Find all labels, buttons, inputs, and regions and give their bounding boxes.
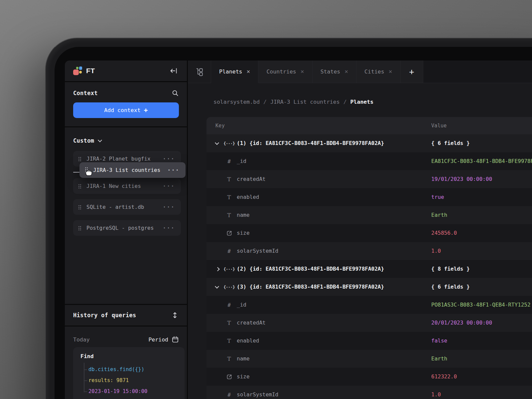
breadcrumb-item[interactable]: solarsystem.bd: [213, 99, 260, 105]
dragged-item[interactable]: JIRA-3 List countries ···: [79, 162, 186, 178]
drag-handle-icon[interactable]: [78, 157, 81, 161]
row-value: 612322.0: [431, 368, 457, 386]
table-row[interactable]: name Earth: [206, 350, 532, 368]
more-options-icon[interactable]: ···: [163, 204, 175, 210]
row-key: enabled: [237, 188, 259, 206]
table-row[interactable]: createdAt 19/01/2023 00:00:00: [206, 170, 532, 188]
row-value: true: [431, 188, 444, 206]
tab[interactable]: Cities ×: [356, 61, 400, 83]
table-row[interactable]: (3) {id: EA81CF3C-B083-48F1-BDB4-BFE9978…: [206, 278, 532, 296]
dragged-item-label: JIRA-3 List countries: [93, 167, 160, 173]
table-row[interactable]: size 612322.0: [206, 368, 532, 386]
more-options-icon[interactable]: ···: [163, 183, 175, 190]
close-tab-icon[interactable]: ×: [301, 68, 304, 74]
row-key: (2) {id: EA81CF3C-B083-48F1-BDB4-BFE9978…: [237, 260, 384, 278]
close-tab-icon[interactable]: ×: [344, 68, 348, 74]
history-header: History of queries: [65, 305, 187, 326]
main-area: Planets × Countries × States × Cities ×: [188, 61, 532, 399]
drag-handle-icon[interactable]: [78, 205, 81, 209]
row-value: 245856.0: [431, 224, 457, 242]
row-value: PO81AS3C-B083-48F1-QEB4-RTY1252: [431, 296, 531, 314]
field-type-icon: [225, 170, 233, 188]
sort-updown-icon[interactable]: [172, 312, 178, 319]
row-expand-chevron-icon[interactable]: [215, 141, 219, 145]
row-value: Earth: [431, 350, 447, 368]
table-row[interactable]: (2) {id: EA81CF3C-B083-48F1-BDB4-BFE9978…: [206, 260, 532, 278]
drag-handle-icon[interactable]: [78, 184, 81, 189]
sidebar-item[interactable]: SQLite - artist.db ···: [73, 199, 181, 215]
row-value: EA81CF3C-B083-48F1-BDB4-BFE9978FA02A: [431, 152, 532, 170]
tab[interactable]: States ×: [313, 61, 356, 83]
row-value: { 8 fields }: [431, 260, 470, 278]
drag-handle-icon[interactable]: [85, 167, 88, 173]
tab[interactable]: Countries ×: [258, 61, 312, 83]
tab-label: Countries: [266, 68, 296, 75]
new-tab-button[interactable]: +: [401, 61, 423, 83]
table-row[interactable]: _id PO81AS3C-B083-48F1-QEB4-RTY1252: [206, 296, 532, 314]
more-options-icon[interactable]: ···: [163, 225, 175, 231]
field-type-icon: [225, 260, 233, 278]
custom-panel: Custom JIRA-2 Planet bugfix ··· JIRA-1 N…: [65, 127, 187, 304]
field-type-icon: [225, 278, 233, 296]
table-row[interactable]: solarSystemId 1.0: [206, 242, 532, 260]
table-row[interactable]: enabled true: [206, 188, 532, 206]
row-expand-chevron-icon[interactable]: [215, 267, 220, 271]
custom-title: Custom: [73, 137, 94, 144]
table-row[interactable]: size 245856.0: [206, 224, 532, 242]
table-row[interactable]: _id EA81CF3C-B083-48F1-BDB4-BFE9978FA02A: [206, 152, 532, 170]
row-key: size: [237, 368, 250, 386]
app-window: FT Context Add context +: [55, 47, 532, 399]
row-key: solarSystemId: [237, 386, 278, 399]
add-context-button[interactable]: Add context +: [73, 102, 179, 118]
plus-icon: +: [144, 106, 148, 114]
table-row[interactable]: createdAt 20/01/2023 00:00:00: [206, 314, 532, 332]
breadcrumb-separator: /: [343, 99, 347, 105]
row-value: 19/01/2023 00:00:00: [431, 170, 492, 188]
search-icon[interactable]: [172, 89, 179, 97]
close-tab-icon[interactable]: ×: [389, 68, 392, 74]
drag-handle-icon[interactable]: [78, 226, 81, 230]
custom-section-toggle[interactable]: Custom: [73, 137, 101, 144]
sidebar-item-label: SQLite - artist.db: [86, 204, 144, 210]
calendar-icon: [172, 336, 179, 343]
sidebar-item-label: PostgreSQL - postgres: [86, 225, 154, 231]
table-row[interactable]: enabled false: [206, 332, 532, 350]
breadcrumb-item[interactable]: JIRA-3 List countries: [270, 99, 340, 105]
field-type-icon: [225, 188, 233, 206]
field-type-icon: [225, 134, 233, 152]
row-key: name: [237, 350, 250, 368]
device-frame: FT Context Add context +: [45, 38, 532, 399]
close-tab-icon[interactable]: ×: [247, 68, 250, 74]
row-value: false: [431, 332, 447, 350]
history-list-panel: Today Period Find db.cities.find({})resu…: [65, 327, 187, 399]
tree-view-icon[interactable]: [188, 61, 211, 83]
field-type-icon: [225, 386, 233, 399]
sidebar-header: FT: [65, 61, 187, 81]
history-entry-details: db.cities.find({})results: 98712023-01-1…: [80, 364, 178, 397]
history-entry-line: results: 9871: [88, 375, 178, 386]
history-entry-title: Find: [80, 353, 178, 359]
more-options-icon[interactable]: ···: [163, 156, 175, 162]
collapse-sidebar-icon[interactable]: [169, 66, 179, 75]
field-type-icon: [225, 152, 233, 170]
table-row[interactable]: solarSystemId 1.0: [206, 386, 532, 399]
row-value: 1.0: [431, 386, 441, 399]
history-entry[interactable]: Find db.cities.find({})results: 98712023…: [73, 347, 185, 399]
sidebar-item[interactable]: PostgreSQL - postgres ···: [73, 220, 181, 236]
table-row[interactable]: name Earth: [206, 206, 532, 224]
field-type-icon: [225, 314, 233, 332]
sidebar-item-label: JIRA-2 Planet bugfix: [86, 156, 151, 162]
row-expand-chevron-icon[interactable]: [215, 284, 219, 289]
table-row[interactable]: (1) {id: EA81CF3C-B083-48F1-BDB4-BFE9978…: [206, 134, 532, 152]
tab-bar: Planets × Countries × States × Cities ×: [188, 61, 532, 83]
chevron-down-icon: [98, 138, 102, 142]
more-options-icon[interactable]: ···: [167, 167, 180, 174]
row-value: 20/01/2023 00:00:00: [431, 314, 492, 332]
row-key: name: [237, 206, 250, 224]
tab[interactable]: Planets ×: [211, 61, 258, 83]
column-header-key: Key: [215, 117, 225, 134]
sidebar-item[interactable]: JIRA-1 New cities ···: [73, 178, 181, 194]
breadcrumb-item[interactable]: Planets: [350, 99, 374, 105]
history-entry-line: 2023-01-19 15:00:00: [88, 386, 178, 397]
period-filter[interactable]: Period: [148, 336, 179, 343]
